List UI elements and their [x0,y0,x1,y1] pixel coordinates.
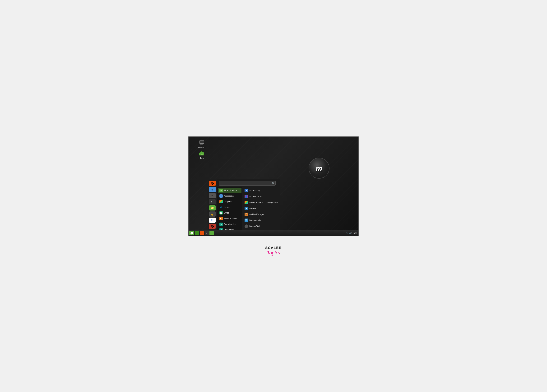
sidebar-btn-1[interactable]: ⊞ [209,187,216,192]
computer-icon [199,140,205,146]
advanced-network-icon [245,201,248,204]
home-label: Home [200,157,204,159]
category-accessories[interactable]: ✂ Accessories [218,193,241,199]
app-label: Applets [249,207,256,210]
category-label: Office [224,212,229,214]
sidebar-btn-5[interactable]: 🔒 [209,212,216,217]
computer-label: Computer [198,146,205,148]
app-account-details[interactable]: 👤 Account details [243,193,279,199]
category-graphics[interactable]: Graphics [218,199,241,204]
watermark-topics-text: Topics [267,250,280,255]
home-folder-icon [199,151,205,157]
taskbar-orange-button[interactable] [200,231,204,235]
backup-tool-icon: ↺ [245,225,248,228]
internet-icon: 🌐 [219,206,223,209]
archive-manager-icon: 📦 [245,213,248,216]
sound-video-icon: ▶ [219,217,223,220]
sidebar-btn-3[interactable]: $_ [209,199,216,204]
category-administration[interactable]: ⚙ Administration [218,221,241,227]
menu-panel: 🔍 ⊞ All Applications ✂ Accessories [217,179,280,230]
search-bar: 🔍 [217,179,280,187]
sidebar-btn-6[interactable]: G [209,218,216,223]
apps-column: ♿ Accessibility 👤 Account details Advanc… [242,187,280,230]
accessories-icon: ✂ [219,194,223,198]
app-applets[interactable]: ◼ Applets [243,206,279,211]
backgrounds-icon: 🖼 [245,219,248,222]
left-sidebar: ⏻ ⊞ ⇌ $_ 📁 🔒 G ⏻ [208,179,217,230]
category-label: Accessories [224,195,234,197]
administration-icon: ⚙ [219,223,223,226]
office-icon: 📄 [219,211,223,214]
preferences-icon: ⚙ [219,228,223,230]
sidebar-btn-4[interactable]: 📁 [209,205,216,211]
sound-icon: 🔊 [349,232,352,234]
network-icon: 🔗 [346,232,348,234]
taskbar-left: m $_ [189,231,214,235]
app-label: Advanced Network Configuration [249,201,278,204]
app-label: Backgrounds [249,219,261,221]
sidebar-btn-7[interactable]: ⏻ [209,224,216,229]
category-label: Administration [224,223,236,225]
account-details-icon: 👤 [245,195,248,198]
app-archive-manager[interactable]: 📦 Archive Manager [243,212,279,217]
all-apps-icon: ⊞ [219,189,223,192]
taskbar-green-button[interactable] [195,231,199,235]
watermark-scaler-text: SCALER [265,246,282,250]
category-label: Internet [224,206,231,208]
taskbar: m $_ 🔗 🔊 16:59 [189,230,358,236]
app-label: Account details [249,195,262,198]
sidebar-btn-2[interactable]: ⇌ [209,193,216,198]
app-backgrounds[interactable]: 🖼 Backgrounds [243,217,279,223]
app-accessibility[interactable]: ♿ Accessibility [243,188,279,193]
svg-text:m: m [191,232,192,234]
svg-rect-3 [200,144,203,144]
category-label: Sound & Video [224,217,237,220]
category-all-applications[interactable]: ⊞ All Applications [218,188,241,193]
app-advanced-network[interactable]: Advanced Network Configuration [243,199,279,205]
accessibility-icon: ♿ [245,189,248,192]
desktop-screen: m Computer [188,137,359,236]
taskbar-terminal-button[interactable]: $_ [205,231,209,235]
app-label: Archive Manager [249,213,264,215]
category-label: Preferences [224,229,234,230]
category-label: Graphics [224,200,232,203]
category-sound-video[interactable]: ▶ Sound & Video [218,216,241,221]
menu-content: ⊞ All Applications ✂ Accessories Graphic… [217,187,280,230]
outer-wrapper: m Computer [188,137,359,255]
app-backup-tool[interactable]: ↺ Backup Tool [243,223,279,229]
taskbar-mint-button[interactable]: m [189,231,194,235]
app-label: Accessibility [249,189,260,192]
applets-icon: ◼ [245,207,248,210]
taskbar-right: 🔗 🔊 16:59 [346,232,358,234]
category-office[interactable]: 📄 Office [218,210,241,216]
app-label: Backup Tool [249,225,260,227]
category-label: All Applications [224,189,237,192]
mint-logo: m [308,158,329,179]
svg-rect-2 [201,144,203,144]
desktop-icon-home[interactable]: Home [198,151,205,159]
category-preferences[interactable]: ⚙ Preferences [218,227,241,230]
taskbar-folder-button[interactable] [210,231,214,235]
graphics-icon [219,200,223,203]
category-internet[interactable]: 🌐 Internet [218,205,241,210]
clock: 16:59 [353,232,357,234]
watermark: SCALER Topics [265,246,282,255]
svg-rect-1 [200,141,204,143]
svg-rect-4 [201,154,203,155]
search-input[interactable] [219,181,276,186]
desktop-icon-computer[interactable]: Computer [198,140,205,148]
desktop-icons: Computer Home [198,140,205,159]
categories-column: ⊞ All Applications ✂ Accessories Graphic… [217,187,242,230]
sidebar-btn-0[interactable]: ⏻ [209,181,216,186]
